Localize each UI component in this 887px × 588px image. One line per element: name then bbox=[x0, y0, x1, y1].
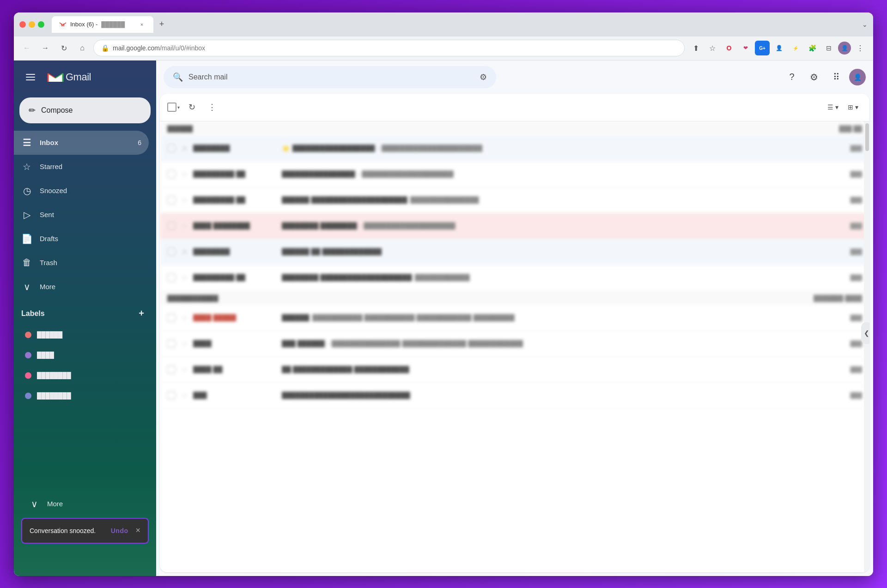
active-tab[interactable]: M Inbox (6) - ██████ × bbox=[52, 16, 153, 33]
email-row[interactable]: ☆ █████████ ██ ████████████████ - ██████… bbox=[160, 162, 869, 188]
home-button[interactable]: ⌂ bbox=[75, 41, 90, 55]
star-icon[interactable]: ☆ bbox=[181, 144, 188, 153]
email-checkbox[interactable] bbox=[167, 222, 176, 230]
sidebar-item-drafts[interactable]: 📄 Drafts bbox=[14, 227, 149, 251]
scroll-handle[interactable] bbox=[865, 123, 869, 151]
email-checkbox[interactable] bbox=[167, 339, 176, 348]
settings-button[interactable]: ⚙ bbox=[805, 68, 823, 86]
add-label-button[interactable]: + bbox=[134, 306, 149, 321]
star-icon[interactable]: ☆ bbox=[181, 339, 188, 348]
sidebar-item-inbox[interactable]: ☰ Inbox 6 bbox=[14, 131, 149, 155]
list-view-button[interactable]: ☰ ▾ bbox=[824, 102, 842, 113]
browser-menu-button[interactable]: ⋮ bbox=[853, 41, 868, 55]
email-checkbox[interactable] bbox=[167, 314, 176, 322]
search-filter-button[interactable]: ⚙ bbox=[480, 72, 487, 82]
email-emoji: 🌟 bbox=[282, 145, 290, 152]
label-name-3: ████████ bbox=[37, 372, 71, 379]
scrollbar[interactable] bbox=[864, 121, 869, 572]
reload-button[interactable]: ↻ bbox=[56, 41, 71, 55]
user-avatar[interactable]: 👤 bbox=[849, 69, 866, 85]
label-item-1[interactable]: ██████ bbox=[21, 325, 141, 345]
star-icon[interactable]: ☆ bbox=[181, 314, 188, 322]
hamburger-line-3 bbox=[26, 79, 35, 80]
email-row[interactable]: ☆ ████████ 🌟 ██████████████████ - ██████… bbox=[160, 136, 869, 162]
browser-profile-avatar[interactable]: 👤 bbox=[838, 42, 851, 55]
tab-list-chevron[interactable]: ⌄ bbox=[862, 21, 868, 28]
email-checkbox[interactable] bbox=[167, 365, 176, 374]
star-icon[interactable]: ☆ bbox=[181, 222, 188, 230]
email-date: ███ bbox=[834, 171, 862, 177]
email-checkbox[interactable] bbox=[167, 248, 176, 256]
search-bar[interactable]: 🔍 Search mail ⚙ bbox=[164, 66, 496, 88]
opera-icon[interactable]: O bbox=[722, 41, 736, 55]
email-date: ███ bbox=[834, 145, 862, 152]
label-dot-4 bbox=[25, 393, 31, 399]
minimize-window-button[interactable] bbox=[29, 21, 35, 28]
sidebar-item-trash[interactable]: 🗑 Trash bbox=[14, 251, 149, 275]
sidebar-bottom-more[interactable]: ∨ More bbox=[21, 492, 141, 516]
email-row[interactable]: ☆ ████████ ██████ ██ █████████████ ███ bbox=[160, 239, 869, 265]
email-checkbox[interactable] bbox=[167, 273, 176, 282]
help-button[interactable]: ? bbox=[783, 68, 801, 86]
snackbar-close-button[interactable]: × bbox=[135, 526, 140, 535]
more-actions-button[interactable]: ⋮ bbox=[204, 99, 220, 115]
email-row[interactable]: ☆ █████████ ██ ████████ ████████████████… bbox=[160, 265, 869, 291]
email-checkbox[interactable] bbox=[167, 144, 176, 152]
hamburger-menu-button[interactable] bbox=[21, 68, 40, 86]
email-row[interactable]: ☆ ████ ████████ ████████ ████████ - ████… bbox=[160, 213, 869, 239]
sidebar-item-snoozed[interactable]: ◷ Snoozed bbox=[14, 179, 149, 203]
sidebar-item-sent[interactable]: ▷ Sent bbox=[14, 203, 149, 227]
star-icon[interactable]: ☆ bbox=[181, 391, 188, 400]
star-icon[interactable]: ☆ bbox=[181, 248, 188, 256]
star-icon[interactable]: ☆ bbox=[181, 196, 188, 205]
split-view-button[interactable]: ⊟ bbox=[821, 41, 836, 55]
bookmark-button[interactable]: ☆ bbox=[705, 41, 720, 55]
label-item-4[interactable]: ████████ bbox=[21, 386, 141, 406]
apps-grid-button[interactable]: ⠿ bbox=[827, 68, 845, 86]
star-icon[interactable]: ☆ bbox=[181, 365, 188, 374]
email-row[interactable]: ☆ ███ ████████████████████████████ ███ bbox=[160, 383, 869, 409]
close-window-button[interactable] bbox=[19, 21, 26, 28]
email-checkbox[interactable] bbox=[167, 391, 176, 400]
url-bar[interactable]: 🔒 mail.google.com/mail/u/0/#inbox bbox=[93, 40, 685, 56]
email-date: ███ bbox=[834, 197, 862, 203]
extension-1-icon[interactable]: G+ bbox=[755, 41, 770, 55]
compose-icon: ✏ bbox=[29, 105, 36, 115]
back-button[interactable]: ← bbox=[19, 41, 34, 55]
extensions-button[interactable]: 🧩 bbox=[805, 41, 820, 55]
forward-button[interactable]: → bbox=[38, 41, 53, 55]
share-button[interactable]: ⬆ bbox=[688, 41, 703, 55]
pocket-icon[interactable]: ❤ bbox=[738, 41, 753, 55]
close-tab-button[interactable]: × bbox=[138, 20, 146, 29]
select-all-checkbox[interactable] bbox=[167, 103, 176, 112]
address-bar: ← → ↻ ⌂ 🔒 mail.google.com/mail/u/0/#inbo… bbox=[14, 36, 873, 61]
sidebar-item-more[interactable]: ∨ More bbox=[14, 275, 149, 299]
sidebar-item-starred[interactable]: ☆ Starred bbox=[14, 155, 149, 179]
star-icon[interactable]: ☆ bbox=[181, 273, 188, 282]
refresh-button[interactable]: ↻ bbox=[183, 99, 200, 115]
label-name-2: ████ bbox=[37, 352, 54, 358]
label-item-3[interactable]: ████████ bbox=[21, 365, 141, 386]
email-row[interactable]: ☆ █████████ ██ ██████ ██████████████████… bbox=[160, 188, 869, 213]
extension-2-icon[interactable]: 👤 bbox=[772, 41, 786, 55]
sent-icon: ▷ bbox=[21, 209, 32, 220]
select-dropdown-arrow[interactable]: ▾ bbox=[177, 105, 180, 110]
right-panel-collapse-button[interactable]: ❮ bbox=[861, 322, 869, 344]
traffic-lights bbox=[19, 21, 44, 28]
bottom-more-icon: ∨ bbox=[29, 498, 40, 509]
maximize-window-button[interactable] bbox=[38, 21, 44, 28]
email-row[interactable]: ☆ ████ ██ ██ █████████████ ████████████ … bbox=[160, 357, 869, 383]
email-row[interactable]: ☆ ████ ███ ██████ - ███████████████ ████… bbox=[160, 331, 869, 357]
email-checkbox[interactable] bbox=[167, 196, 176, 204]
new-tab-button[interactable]: + bbox=[155, 18, 168, 31]
email-preview: - ████████████████████ bbox=[358, 170, 454, 178]
label-item-2[interactable]: ████ bbox=[21, 345, 141, 365]
snackbar-undo-button[interactable]: Undo bbox=[111, 527, 128, 534]
email-checkbox[interactable] bbox=[167, 170, 176, 178]
star-icon[interactable]: ☆ bbox=[181, 170, 188, 179]
density-view-button[interactable]: ⊞ ▾ bbox=[844, 102, 862, 113]
email-row[interactable]: ☆ ████ █████ ██████ ███████████ ████████… bbox=[160, 305, 869, 331]
gmail-header: 🔍 Search mail ⚙ ? ⚙ ⠿ 👤 bbox=[156, 61, 873, 94]
extension-3-icon[interactable]: ⚡ bbox=[788, 41, 803, 55]
compose-button[interactable]: ✏ Compose bbox=[19, 97, 151, 123]
